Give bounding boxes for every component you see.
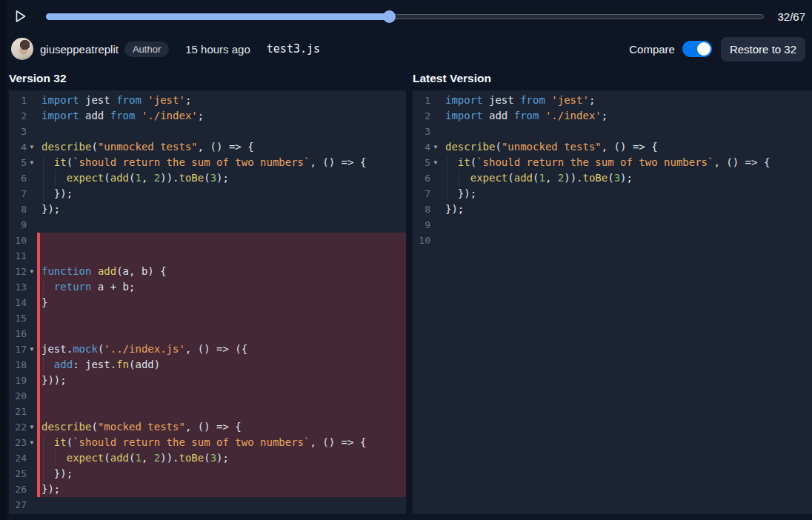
token-txt: a + b; xyxy=(91,281,135,293)
fold-arrow-icon[interactable]: ▼ xyxy=(430,155,441,170)
token-num: 3 xyxy=(210,172,216,184)
fold-arrow-icon[interactable]: ▼ xyxy=(430,139,441,155)
token-txt: ); xyxy=(620,172,633,184)
slider-fill xyxy=(46,13,389,20)
token-txt: ( xyxy=(67,436,73,448)
code-line: 12▼function add(a, b) { xyxy=(9,264,406,279)
token-txt: )). xyxy=(564,172,582,184)
token-txt: ( xyxy=(508,172,513,184)
line-number: 9 xyxy=(413,217,430,233)
line-number: 11 xyxy=(9,248,27,264)
version-progress: 32/67 xyxy=(777,10,805,23)
code-line: 8}); xyxy=(413,201,812,217)
code-text: })); xyxy=(37,373,406,388)
token-txt: ; xyxy=(602,110,608,121)
gutter: 16 xyxy=(9,326,37,341)
gutter: 7 xyxy=(413,186,441,201)
code-line: 16 xyxy=(9,326,406,341)
indent-guide xyxy=(55,450,56,466)
code-line: 14} xyxy=(9,295,406,310)
token-txt: , () => { xyxy=(185,421,242,433)
indent-guide xyxy=(43,155,44,170)
token-txt xyxy=(445,172,470,184)
code-line: 13 return a + b; xyxy=(9,279,406,295)
code-line: 10 xyxy=(9,233,406,248)
code-editor-old[interactable]: 1import jest from 'jest';2import add fro… xyxy=(9,90,406,514)
code-text: }); xyxy=(441,186,812,201)
gutter: 4▼ xyxy=(9,139,37,155)
gutter: 4▼ xyxy=(413,139,441,155)
line-number: 24 xyxy=(9,450,27,466)
code-line: 6 expect(add(1, 2)).toBe(3); xyxy=(9,170,406,186)
compare-toggle[interactable] xyxy=(682,41,712,57)
token-txt: , xyxy=(142,452,154,464)
code-text xyxy=(37,388,406,404)
line-number: 6 xyxy=(9,170,27,186)
restore-button[interactable]: Restore to 32 xyxy=(721,37,805,61)
token-num: 1 xyxy=(539,172,545,184)
token-txt: ( xyxy=(608,172,613,184)
line-number: 2 xyxy=(413,108,430,124)
version-slider[interactable] xyxy=(46,10,764,22)
fold-arrow-icon[interactable]: ▼ xyxy=(27,341,37,357)
indent-guide xyxy=(43,186,44,201)
token-str: "mocked tests" xyxy=(98,421,185,433)
play-icon xyxy=(15,10,27,23)
token-kw: mock xyxy=(73,343,98,355)
gutter: 17▼ xyxy=(9,341,37,357)
code-text: import jest from 'jest'; xyxy=(37,93,406,108)
gutter: 24 xyxy=(9,450,37,466)
fold-arrow-icon[interactable]: ▼ xyxy=(27,264,37,279)
token-str: `should return the sum of two numbers` xyxy=(476,156,713,168)
line-number: 4 xyxy=(413,139,430,155)
fold-arrow-icon[interactable]: ▼ xyxy=(27,155,37,170)
token-txt: (add) xyxy=(129,359,160,370)
token-txt: jest xyxy=(483,94,521,106)
token-kw: return xyxy=(54,281,92,293)
code-line: 8}); xyxy=(9,201,406,217)
gutter: 5▼ xyxy=(9,155,37,170)
token-str: '../index.js' xyxy=(104,343,185,355)
gutter: 5▼ xyxy=(413,155,441,170)
indent-guide xyxy=(43,279,44,295)
gutter: 12▼ xyxy=(9,264,37,279)
token-fn: describe xyxy=(41,141,91,153)
token-txt xyxy=(91,265,97,277)
code-text: }); xyxy=(37,481,406,497)
gutter: 3 xyxy=(413,124,441,139)
code-line: 9 xyxy=(413,217,812,233)
token-fn: toBe xyxy=(583,172,608,184)
token-str: './index' xyxy=(142,110,198,121)
code-editor-latest[interactable]: 1import jest from 'jest';2import add fro… xyxy=(413,90,812,514)
indent-guide xyxy=(447,170,447,186)
gutter: 14 xyxy=(9,295,37,310)
token-kw: import xyxy=(41,110,79,121)
slider-thumb[interactable] xyxy=(383,10,396,23)
token-txt: ( xyxy=(91,421,97,433)
playback-bar: 32/67 xyxy=(0,0,812,33)
token-txt: ( xyxy=(104,172,110,184)
gutter: 6 xyxy=(9,170,37,186)
play-button[interactable] xyxy=(15,9,28,24)
token-txt: jest xyxy=(79,94,117,106)
code-text xyxy=(441,233,812,248)
code-text: }); xyxy=(37,186,406,201)
code-line: 1import jest from 'jest'; xyxy=(413,93,812,108)
indent-guide xyxy=(447,186,447,201)
fold-arrow-icon[interactable]: ▼ xyxy=(27,139,37,155)
token-txt: ); xyxy=(216,172,229,184)
code-line: 10 xyxy=(413,233,812,248)
fold-arrow-icon[interactable]: ▼ xyxy=(27,419,37,435)
token-txt xyxy=(539,110,545,121)
gutter: 20 xyxy=(9,388,37,404)
fold-arrow-icon[interactable]: ▼ xyxy=(27,435,37,450)
token-txt xyxy=(135,110,141,121)
token-txt: , xyxy=(142,172,154,184)
indent-guide xyxy=(459,170,459,186)
token-txt: } xyxy=(41,296,47,308)
line-number: 23 xyxy=(9,435,27,450)
gutter: 1 xyxy=(413,93,441,108)
token-str: `should return the sum of two numbers` xyxy=(73,156,310,168)
token-num: 2 xyxy=(558,172,564,184)
token-kw: import xyxy=(445,94,483,106)
